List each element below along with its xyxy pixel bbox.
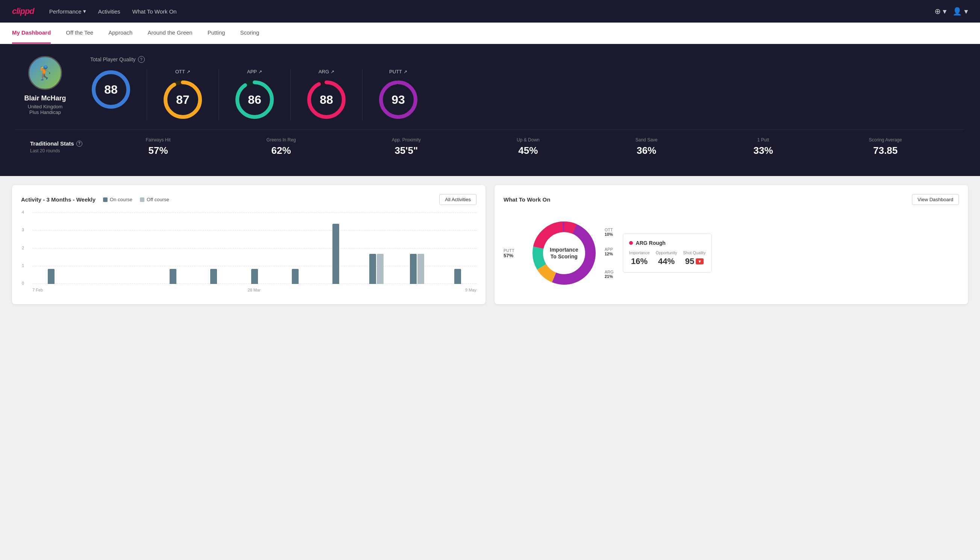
tab-approach[interactable]: Approach [108,23,132,43]
arg-ring-container: 88 [306,79,347,120]
tab-bar: My Dashboard Off the Tee Approach Around… [0,23,980,44]
bar-on-course [292,269,299,284]
help-icon[interactable]: ? [138,56,145,63]
what-to-work-card: What To Work On View Dashboard PUTT 57% [494,185,968,304]
bar-on-course [210,269,217,284]
view-dashboard-button[interactable]: View Dashboard [912,194,959,205]
opportunity-metric: Opportunity 44% [656,250,677,266]
arg-label: ARG ↗ [318,69,334,75]
player-country: United Kingdom [28,104,63,110]
putt-score-ring: PUTT ↗ 93 [363,69,434,120]
legend-off-course: Off course [140,197,169,202]
chevron-down-icon: ▾ [83,8,86,15]
main-score-ring: 88 [90,69,147,120]
user-menu-button[interactable]: 👤 ▾ [953,7,968,16]
app-score-ring: APP ↗ 86 [219,69,291,120]
top-nav: clippd Performance ▾ Activities What To … [0,0,980,23]
bar-group [358,254,395,284]
avatar: 🏌️ [28,56,62,90]
tab-putting[interactable]: Putting [208,23,225,43]
bar-chart-area: 4 3 2 1 0 7 Feb 28 Mar 9 May [21,212,476,295]
app-donut-label: APP 12% [605,247,614,256]
donut-center-text: Importance To Scoring [550,246,578,260]
ott-donut-label: OTT 10% [605,228,614,237]
stat-scoring-average: Scoring Average 73.85 [869,137,902,157]
all-activities-button[interactable]: All Activities [439,194,476,205]
arrow-icon: ↗ [186,69,190,75]
tab-scoring[interactable]: Scoring [240,23,259,43]
nav-performance[interactable]: Performance ▾ [49,8,86,15]
bar-group [398,254,436,284]
arg-donut-label: ARG 21% [605,270,614,279]
ott-label: OTT ↗ [175,69,190,75]
stats-row: Traditional Stats ? Last 20 rounds Fairw… [15,129,965,164]
activity-chart-card: Activity - 3 Months - Weekly On course O… [12,185,486,304]
ott-ring-container: 87 [162,79,203,120]
nav-what-to-work-on[interactable]: What To Work On [132,8,177,15]
ott-score-ring: OTT ↗ 87 [147,69,219,120]
putt-label: PUTT ↗ [389,69,407,75]
what-to-work-header: What To Work On View Dashboard [504,194,959,205]
bar-group [235,269,273,284]
trad-stats-sub: Last 20 rounds [30,148,98,153]
bar-on-course [410,254,417,284]
arrow-icon: ↗ [331,69,334,75]
stat-fairways-hit: Fairways Hit 57% [146,137,171,157]
what-to-work-title: What To Work On [504,196,550,203]
legend-dot-on [103,197,108,202]
stat-sand-save: Sand Save 36% [636,137,658,157]
bar-group [73,283,111,284]
bar-group [317,224,354,284]
bar-group [439,269,476,284]
bar-group [32,269,70,284]
donut-labels-right: OTT 10% APP 12% ARG 21% [605,228,614,279]
info-card-dot [629,241,633,245]
add-button[interactable]: ⊕ ▾ [935,7,947,16]
nav-activities[interactable]: Activities [98,8,120,15]
info-metrics: Importance 16% Opportunity 44% Shot Qual… [629,250,706,266]
donut-area: PUTT 57% Importance To S [504,215,959,291]
bar-off-course [418,254,424,284]
help-icon[interactable]: ? [77,141,82,147]
tab-off-the-tee[interactable]: Off the Tee [66,23,93,43]
bar-off-course [377,254,384,284]
bar-on-course [251,269,258,284]
player-info: 🏌️ Blair McHarg United Kingdom Plus Hand… [15,56,75,115]
arrow-icon: ↗ [404,69,407,75]
bar-group [195,269,232,284]
bars-container [32,212,476,284]
score-rings: 88 OTT ↗ 87 [90,69,965,120]
tab-my-dashboard[interactable]: My Dashboard [12,23,51,43]
app-score-value: 86 [248,93,261,107]
app-label: APP ↗ [247,69,262,75]
bar-group [276,269,314,284]
hero-top: 🏌️ Blair McHarg United Kingdom Plus Hand… [15,56,965,120]
nav-links: Performance ▾ Activities What To Work On [49,8,920,15]
stat-up-and-down: Up & Down 45% [517,137,540,157]
bar-on-course [454,269,461,284]
nav-right: ⊕ ▾ 👤 ▾ [935,7,968,16]
chart-legend: On course Off course [103,197,169,202]
scores-section: Total Player Quality ? 88 [90,56,965,120]
bar-group [113,283,151,284]
stat-greens-in-reg: Greens In Reg 62% [266,137,296,157]
bar-on-course [170,269,176,284]
stat-one-putt: 1 Putt 33% [754,137,773,157]
hero-section: 🏌️ Blair McHarg United Kingdom Plus Hand… [0,44,980,176]
app-logo: clippd [12,7,34,16]
tab-around-the-green[interactable]: Around the Green [147,23,192,43]
main-score-value: 88 [104,83,118,97]
trad-stats-title: Traditional Stats ? [30,140,98,147]
activity-chart-title: Activity - 3 Months - Weekly [21,196,95,203]
x-axis: 7 Feb 28 Mar 9 May [32,288,476,292]
donut-labels-left: PUTT 57% [504,248,514,258]
info-card-title: ARG Rough [629,240,706,246]
arg-score-value: 88 [319,93,333,107]
stat-app-proximity: App. Proximity 35'5" [392,137,421,157]
legend-dot-off [140,197,145,202]
app-ring-container: 86 [234,79,275,120]
arrow-icon: ↗ [258,69,262,75]
activity-card-header: Activity - 3 Months - Weekly On course O… [21,194,476,205]
bar-on-course [333,224,339,284]
bar-on-course [48,269,55,284]
